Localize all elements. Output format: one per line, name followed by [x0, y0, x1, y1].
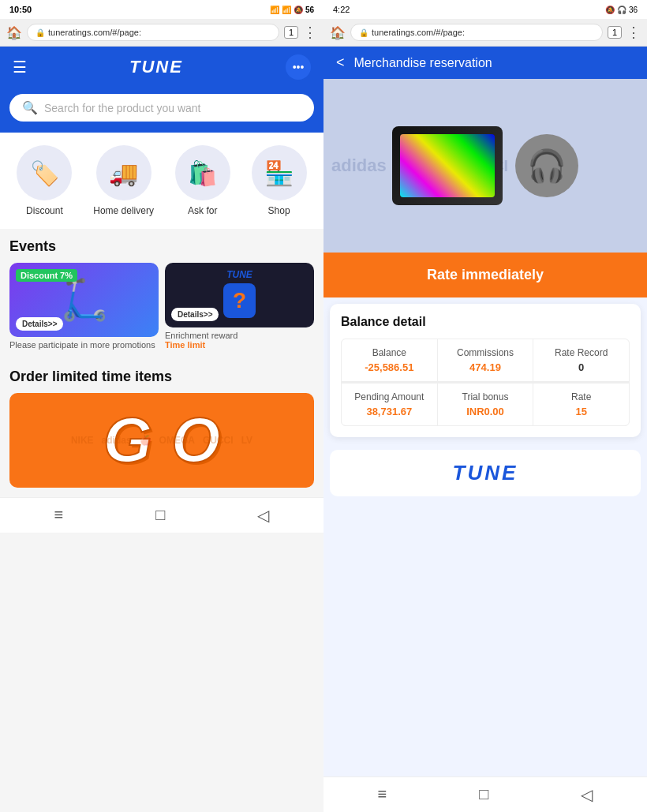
event-card-1-wrapper: Discount 7% 🛴 Details>> Please participa…: [9, 263, 159, 350]
details-button-2[interactable]: Details>>: [171, 308, 219, 321]
nav-back-icon-right[interactable]: ◁: [581, 785, 593, 804]
back-button[interactable]: <: [336, 54, 345, 71]
bottom-nav-right: ≡ □ ◁: [324, 776, 647, 812]
nav-back-icon[interactable]: ◁: [257, 506, 269, 525]
category-shop[interactable]: 🏪 Shop: [252, 145, 307, 216]
lock-icon: 🔒: [36, 28, 45, 37]
event-card-1[interactable]: Discount 7% 🛴 Details>>: [9, 263, 159, 337]
right-screen: 4:22 🔕 🎧 36 🏠 🔒 tuneratings.com/#/page: …: [324, 0, 647, 812]
rate-button-label: Rate immediately: [427, 267, 544, 283]
balance-label: Balance: [348, 347, 431, 358]
rate-label: Rate: [540, 391, 623, 402]
shop-icon: 🏪: [252, 145, 307, 200]
balance-cell-balance: Balance -25,586.51: [342, 339, 437, 381]
search-placeholder: Search for the product you want: [44, 102, 200, 114]
home-delivery-icon: 🚚: [96, 145, 151, 200]
time-right: 4:22: [333, 5, 350, 14]
lock-icon-right: 🔒: [359, 28, 368, 37]
category-label-ask: Ask for: [188, 205, 217, 216]
rate-value: 15: [540, 406, 623, 417]
nav-home-icon-right[interactable]: □: [479, 785, 488, 804]
laptop-image: [392, 126, 503, 205]
details-button-1[interactable]: Details>>: [16, 317, 63, 331]
commissions-value: 474.19: [444, 361, 527, 373]
question-mark-icon: ?: [233, 288, 246, 312]
search-bar[interactable]: 🔍 Search for the product you want: [9, 94, 314, 122]
discount-badge: Discount 7%: [16, 269, 77, 282]
balance-divider: [342, 382, 629, 383]
events-title: Events: [9, 238, 314, 255]
search-icon: 🔍: [22, 100, 38, 115]
category-ask-for[interactable]: 🛍️ Ask for: [175, 145, 230, 216]
balance-cell-pending: Pending Amount 38,731.67: [342, 384, 437, 425]
rate-button[interactable]: Rate immediately: [324, 253, 647, 297]
time-left: 10:50: [9, 5, 32, 14]
status-bar-right: 4:22 🔕 🎧 36: [324, 0, 647, 19]
hamburger-icon[interactable]: ☰: [13, 58, 27, 77]
rate-record-label: Rate Record: [540, 347, 623, 358]
status-bar-left: 10:50 📶 📶 🔕 56: [0, 0, 324, 19]
browser-bar-left: 🏠 🔒 tuneratings.com/#/page: 1 ⋮: [0, 19, 324, 47]
home-icon[interactable]: 🏠: [6, 25, 22, 40]
order-banner[interactable]: NIKE adidas 🍎 OMEGA GUCCI LV G O: [9, 393, 314, 488]
page-title-right: Merchandise reservation: [354, 56, 492, 70]
tab-badge-left[interactable]: 1: [284, 26, 298, 39]
left-screen: 10:50 📶 📶 🔕 56 🏠 🔒 tuneratings.com/#/pag…: [0, 0, 324, 812]
category-label-discount: Discount: [26, 205, 63, 216]
balance-cell-rate-record: Rate Record 0: [533, 339, 629, 381]
tune-footer-logo: TUNE: [341, 461, 630, 485]
categories-section: 🏷️ Discount 🚚 Home delivery 🛍️ Ask for 🏪…: [0, 133, 324, 229]
trial-label: Trial bonus: [444, 391, 527, 402]
category-discount[interactable]: 🏷️ Discount: [17, 145, 72, 216]
url-bar-right[interactable]: 🔒 tuneratings.com/#/page:: [350, 24, 603, 41]
url-bar-left[interactable]: 🔒 tuneratings.com/#/page:: [27, 24, 279, 41]
event-card-2[interactable]: TUNE ? Details>>: [165, 263, 314, 327]
product-items: 🎧: [392, 126, 578, 205]
balance-cell-rate: Rate 15: [533, 384, 629, 425]
event-subtitle-2: Time limit: [165, 340, 314, 350]
balance-detail: Balance detail Balance -25,586.51 Commis…: [330, 304, 641, 437]
browser-bar-right: 🏠 🔒 tuneratings.com/#/page: 1 ⋮: [324, 19, 647, 47]
laptop-screen: [400, 134, 495, 197]
app-header-left: ☰ TUNE •••: [0, 47, 324, 88]
tune-footer: TUNE: [330, 450, 641, 496]
headphone-image: 🎧: [515, 134, 578, 197]
balance-cell-trial: Trial bonus INR0.00: [438, 384, 533, 425]
more-dots-icon: •••: [293, 61, 305, 73]
more-button[interactable]: •••: [286, 54, 311, 80]
brand-watermarks: NIKE adidas 🍎 OMEGA GUCCI LV: [9, 393, 314, 488]
pending-value: 38,731.67: [348, 406, 431, 417]
nav-menu-icon[interactable]: ≡: [54, 506, 64, 525]
bottom-nav-left: ≡ □ ◁: [0, 497, 324, 533]
event-desc-1: Please participate in more promotions: [9, 340, 159, 350]
balance-value: -25,586.51: [348, 361, 431, 373]
status-icons-left: 📶 📶 🔕 56: [270, 6, 314, 14]
order-title: Order limited time items: [9, 369, 314, 385]
pending-label: Pending Amount: [348, 391, 431, 402]
url-text-right: tuneratings.com/#/page:: [372, 28, 465, 37]
search-bar-container: 🔍 Search for the product you want: [0, 88, 324, 133]
home-icon-right[interactable]: 🏠: [330, 25, 346, 40]
menu-dots-right[interactable]: ⋮: [626, 24, 641, 41]
balance-cell-commissions: Commissions 474.19: [438, 339, 533, 381]
menu-dots-left[interactable]: ⋮: [303, 24, 317, 41]
trial-value: INR0.00: [444, 406, 527, 417]
tab-badge-right[interactable]: 1: [608, 26, 622, 39]
rate-record-value: 0: [540, 361, 623, 373]
events-grid: Discount 7% 🛴 Details>> Please participa…: [9, 263, 314, 350]
nav-home-icon[interactable]: □: [155, 506, 165, 525]
order-section: Order limited time items NIKE adidas 🍎 O…: [0, 359, 324, 497]
category-label-shop: Shop: [268, 205, 290, 216]
balance-title: Balance detail: [341, 315, 630, 329]
product-showcase: adidas YSL 🍎 GUCCI LV G 🎧: [324, 79, 647, 253]
tune-label-card: TUNE: [226, 269, 252, 280]
event-card-2-wrapper: TUNE ? Details>> Enrichment reward Time …: [165, 263, 314, 350]
url-text-left: tuneratings.com/#/page:: [48, 28, 141, 37]
discount-icon: 🏷️: [17, 145, 72, 200]
category-home-delivery[interactable]: 🚚 Home delivery: [93, 145, 154, 216]
app-logo-left: TUNE: [129, 57, 183, 77]
commissions-label: Commissions: [444, 347, 527, 358]
nav-menu-icon-right[interactable]: ≡: [378, 785, 387, 804]
ask-for-icon: 🛍️: [175, 145, 230, 200]
event-title-2: Enrichment reward: [165, 331, 314, 340]
